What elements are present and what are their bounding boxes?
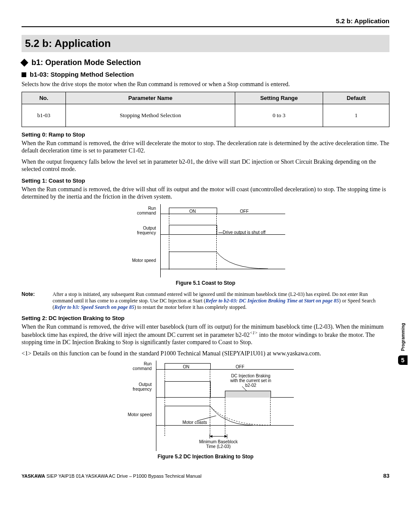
td-no: b1-03 xyxy=(22,104,66,127)
parameter-table: No. Parameter Name Setting Range Default… xyxy=(22,92,389,127)
td-name: Stopping Method Selection xyxy=(66,104,235,127)
note-label: Note: xyxy=(22,291,53,311)
side-tab-number: 5 xyxy=(398,355,408,365)
section-title: 5.2 b: Application xyxy=(22,35,389,52)
heading-b1-03-text: b1-03: Stopping Method Selection xyxy=(30,71,134,78)
side-tab: Programming 5 xyxy=(398,323,408,365)
fig2-motor-label: Motor speed xyxy=(111,412,152,417)
fig2-off: OFF xyxy=(229,364,251,369)
setting0-title: Setting 0: Ramp to Stop xyxy=(22,131,389,138)
fig2-bb: Minimum Baseblock Time (L2-03) xyxy=(193,439,244,449)
setting0-p2: When the output frequency falls below th… xyxy=(22,158,389,173)
page-footer: YASKAWA SIEP YAIP1B 01A YASKAWA AC Drive… xyxy=(22,473,389,479)
fig1-out-label: Output frequency xyxy=(115,226,156,235)
fig2-out-label: Output frequency xyxy=(111,382,152,392)
intro-text: Selects how the drive stops the motor wh… xyxy=(22,81,389,88)
svg-marker-2 xyxy=(224,435,227,438)
td-default: 1 xyxy=(323,104,389,127)
fig1-shut: Drive output is shut off xyxy=(223,230,279,235)
link-b3[interactable]: Refer to b3: Speed Search on page 85 xyxy=(54,304,134,310)
setting0-p1: When the Run command is removed, the dri… xyxy=(22,140,389,155)
heading-b1-text: b1: Operation Mode Selection xyxy=(31,58,141,67)
setting2-p2: <1> Details on this function can be foun… xyxy=(22,350,389,358)
footer-doc: SIEP YAIP1B 01A YASKAWA AC Drive – P1000… xyxy=(45,473,202,479)
footer-page: 83 xyxy=(383,473,389,479)
th-no: No. xyxy=(22,92,66,104)
th-range: Setting Range xyxy=(235,92,323,104)
setting1-p1: When the Run command is removed, the dri… xyxy=(22,186,389,201)
square-icon xyxy=(22,72,26,77)
table-row: b1-03 Stopping Method Selection 0 to 3 1 xyxy=(22,104,389,127)
th-name: Parameter Name xyxy=(66,92,235,104)
heading-b1-03: b1-03: Stopping Method Selection xyxy=(22,71,389,78)
figure-5-2: Run command Output frequency Motor speed… xyxy=(111,361,300,451)
setting2-p1: When the Run command is removed, the dri… xyxy=(22,323,389,346)
figure-5-1: Run command Output frequency Motor speed… xyxy=(115,204,296,277)
note-text: After a stop is initiated, any subsequen… xyxy=(53,291,389,311)
fig1-run-label: Run command xyxy=(115,206,156,215)
fig2-caption: Figure 5.2 DC Injection Braking to Stop xyxy=(22,454,389,460)
fig1-motor-label: Motor speed xyxy=(115,258,156,263)
fig2-on: ON xyxy=(175,364,197,369)
link-b2-03[interactable]: Refer to b2-03: DC Injection Braking Tim… xyxy=(206,298,339,304)
page-header: 5.2 b: Application xyxy=(22,17,389,27)
fig2-run-label: Run command xyxy=(111,361,152,371)
td-range: 0 to 3 xyxy=(235,104,323,127)
footer-brand: YASKAWA xyxy=(22,473,45,479)
fig2-dc: DC Injection Braking with the current se… xyxy=(223,373,279,388)
setting1-title: Setting 1: Coast to Stop xyxy=(22,177,389,184)
diamond-icon xyxy=(20,59,28,66)
note-block: Note: After a stop is initiated, any sub… xyxy=(22,291,389,311)
setting2-title: Setting 2: DC Injection Braking to Stop xyxy=(22,315,389,321)
side-tab-label: Programming xyxy=(401,323,405,351)
fig1-caption: Figure 5.1 Coast to Stop xyxy=(22,280,389,286)
fig1-off: OFF xyxy=(234,209,255,214)
svg-marker-1 xyxy=(210,435,212,438)
fig1-on: ON xyxy=(182,209,203,214)
heading-b1: b1: Operation Mode Selection xyxy=(22,58,389,67)
th-default: Default xyxy=(323,92,389,104)
